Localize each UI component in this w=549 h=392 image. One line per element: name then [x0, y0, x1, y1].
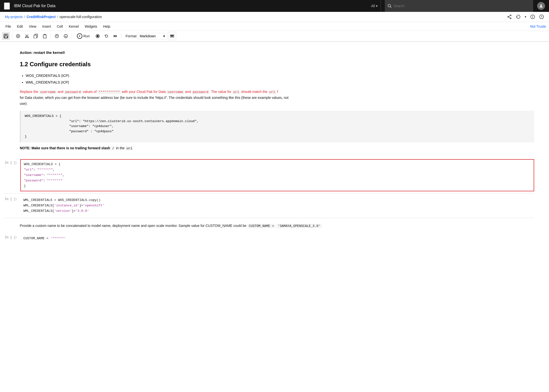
trust-button[interactable]: Not Truste: [530, 24, 546, 28]
history-button[interactable]: [539, 14, 544, 19]
toolbar-separator: [12, 33, 12, 39]
cell2-line1: WML_CREDENTIALS = WOS_CREDENTIALS.copy(): [23, 197, 531, 203]
svg-point-5: [510, 18, 511, 19]
save-button[interactable]: [2, 32, 10, 40]
search-icon: [388, 4, 391, 8]
svg-point-20: [25, 37, 26, 38]
share-button[interactable]: [507, 14, 512, 19]
toolbar-separator3: [72, 33, 72, 39]
cell2-line3: WML_CREDENTIALS['version']='3.0.0': [23, 208, 531, 214]
move-down-button[interactable]: [62, 32, 70, 40]
search-input[interactable]: [393, 4, 530, 8]
password2-mono: password: [192, 90, 209, 94]
url2-mono: url: [268, 90, 276, 94]
username-mono: username: [39, 90, 57, 94]
url-mono: url: [232, 90, 240, 94]
slash-mono: /: [111, 146, 115, 151]
toolbar-separator4: [121, 33, 122, 39]
info-button[interactable]: [530, 14, 535, 19]
code-line-2: "url": "https://zen.clusterid.us-south.c…: [25, 119, 530, 124]
user-avatar[interactable]: [537, 2, 545, 10]
cell-label-2: In [ ]:: [5, 196, 20, 201]
topbar: IBM Cloud Pak for Data All ▾: [0, 0, 549, 12]
breadcrumb-sep2: /: [57, 15, 58, 19]
cut-button[interactable]: [23, 32, 31, 40]
cell1-line1: WOS_CREDENTIALS = {: [24, 162, 531, 167]
run-button[interactable]: Run: [74, 32, 93, 40]
copy-button[interactable]: [32, 32, 40, 40]
menu-insert[interactable]: Insert: [40, 23, 53, 30]
svg-rect-23: [34, 35, 37, 38]
format-label: Format: [126, 34, 137, 38]
svg-point-10: [533, 16, 533, 16]
add-cell-above-button[interactable]: [14, 32, 22, 40]
cell2-code[interactable]: WML_CREDENTIALS = WOS_CREDENTIALS.copy()…: [20, 196, 534, 216]
password-mono: password: [64, 90, 82, 94]
menu-icon[interactable]: [4, 2, 10, 10]
code-cell-wos[interactable]: In [ ]: WOS_CREDENTIALS = { "url": "****…: [5, 159, 534, 194]
svg-marker-31: [115, 35, 117, 37]
cell-label-1: In [ ]:: [5, 159, 20, 165]
list-item-wml: WML_CREDENTIALS (ICP): [26, 80, 534, 85]
cell1-line2: "url": "******",: [24, 167, 531, 173]
credentials-list: WOS_CREDENTIALS (ICP) WML_CREDENTIALS (I…: [20, 73, 534, 85]
url-note-mono: url: [125, 146, 133, 151]
svg-rect-2: [4, 7, 9, 7]
cell2-line2: WML_CREDENTIALS['instance_id']='openshif…: [23, 203, 531, 208]
custom-name-mono: CUSTOM_NAME =: [247, 224, 275, 228]
svg-point-4: [508, 16, 509, 17]
svg-rect-37: [171, 36, 173, 37]
menu-view[interactable]: View: [26, 23, 39, 30]
code-line-4: "password" : "cp4dpass": [25, 129, 530, 134]
username2-mono: username: [167, 90, 184, 94]
cell1-line3: "username": "******",: [24, 173, 531, 178]
code-example-block: WOS_CREDENTIALS = { "url": "https://zen.…: [20, 111, 534, 142]
code-line-3: "username": "cp4duser",: [25, 124, 530, 129]
chevron-down-icon: ▾: [163, 34, 165, 38]
custom-name-val-mono: 'SAMAYA_OPENSCALE_3.0': [276, 224, 322, 228]
code-cell-custom[interactable]: In [ ]: CUSTOM_NAME = '******': [5, 234, 534, 245]
keyboard-shortcuts-button[interactable]: [168, 32, 176, 40]
svg-rect-13: [5, 34, 6, 35]
svg-line-6: [509, 17, 510, 18]
chevron-down-icon: ▾: [376, 4, 378, 8]
menu-help[interactable]: Help: [101, 23, 113, 30]
cell1-line5: }: [24, 183, 531, 189]
menu-widgets[interactable]: Widgets: [82, 23, 100, 30]
svg-rect-34: [171, 35, 172, 36]
stop-button[interactable]: [94, 32, 102, 40]
breadcrumb-notebook: openscale-full-configuration: [60, 15, 102, 19]
menu-file[interactable]: File: [3, 23, 14, 30]
code-line-1: WOS_CREDENTIALS = {: [25, 114, 530, 119]
notebook-content: Action: restart the kernel! 1.2 Configur…: [0, 42, 549, 253]
list-item-wos: WOS_CREDENTIALS (ICP): [26, 73, 534, 78]
move-up-button[interactable]: [53, 32, 61, 40]
breadcrumb-project[interactable]: CreditRiskProject: [26, 15, 55, 19]
paste-button[interactable]: [41, 32, 49, 40]
run-icon: [77, 33, 82, 39]
breadcrumb-my-projects[interactable]: My projects: [5, 15, 23, 19]
menu-edit[interactable]: Edit: [15, 23, 25, 30]
breadcrumb-sep1: /: [24, 15, 25, 19]
search-bar[interactable]: [385, 0, 533, 12]
svg-point-26: [64, 34, 68, 38]
restart-button[interactable]: [103, 32, 111, 40]
svg-rect-33: [171, 35, 171, 36]
svg-point-3: [510, 15, 511, 16]
format-selector[interactable]: Markdown ▾: [137, 33, 167, 39]
menu-cell[interactable]: Cell: [54, 23, 65, 30]
menu-kernel[interactable]: Kernel: [66, 23, 81, 30]
svg-rect-29: [97, 35, 98, 37]
cell3-line1: CUSTOM_NAME = '******': [23, 236, 531, 241]
code-cell-wml[interactable]: In [ ]: WML_CREDENTIALS = WOS_CREDENTIAL…: [5, 196, 534, 218]
cell1-code[interactable]: WOS_CREDENTIALS = { "url": "******", "us…: [20, 159, 534, 191]
expand-version-button[interactable]: ▾: [525, 15, 526, 19]
run-all-button[interactable]: [112, 32, 119, 40]
svg-rect-1: [4, 5, 9, 6]
version-button[interactable]: [516, 14, 521, 19]
cell3-code[interactable]: CUSTOM_NAME = '******': [20, 234, 534, 243]
svg-point-25: [55, 34, 59, 38]
menubar: File Edit View Insert Cell Kernel Widget…: [0, 22, 549, 31]
markdown-cell-action: Action: restart the kernel! 1.2 Configur…: [5, 48, 534, 157]
search-scope-dropdown[interactable]: All ▾: [368, 0, 381, 12]
